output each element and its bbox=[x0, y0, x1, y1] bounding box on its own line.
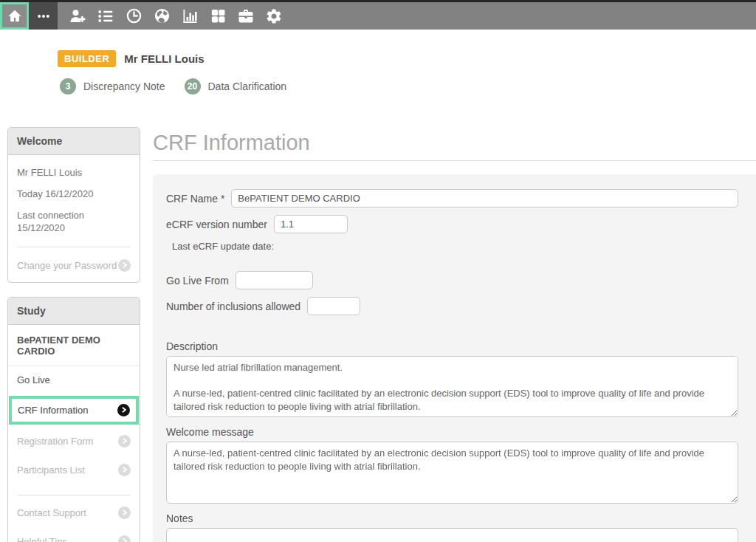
add-user-button[interactable] bbox=[63, 2, 92, 30]
notes-textarea[interactable] bbox=[166, 528, 738, 542]
page-title: CRF Information bbox=[153, 127, 756, 155]
notes-label: Notes bbox=[166, 512, 738, 524]
grid-icon bbox=[210, 7, 227, 24]
chevron-right-icon bbox=[118, 259, 131, 272]
ecrf-version-label: eCRF version number bbox=[166, 219, 267, 230]
welcome-last-connection: Last connection 15/12/2020 bbox=[17, 210, 131, 235]
study-name: BePATIENT DEMO CARDIO bbox=[8, 326, 140, 366]
chevron-right-icon bbox=[118, 507, 131, 519]
last-ecrf-update-label: Last eCRF update date: bbox=[172, 241, 738, 252]
briefcase-button[interactable] bbox=[232, 2, 260, 30]
discrepancy-count-badge: 3 bbox=[60, 78, 76, 95]
welcome-message-textarea[interactable]: A nurse-led, patient-centred clinic faci… bbox=[166, 442, 738, 504]
chevron-right-icon bbox=[117, 404, 130, 416]
sidebar-item-crf-information[interactable]: CRF Information bbox=[9, 396, 139, 425]
welcome-box-title: Welcome bbox=[8, 128, 140, 155]
study-box: Study BePATIENT DEMO CARDIO Go Live CRF … bbox=[7, 297, 140, 542]
welcome-user: Mr FELLI Louis bbox=[17, 167, 131, 179]
go-live-from-label: Go Live From bbox=[166, 275, 229, 287]
inclusions-allowed-label: Number of inclusions allowed bbox=[166, 301, 300, 312]
apps-button[interactable] bbox=[204, 2, 232, 30]
change-password-link[interactable]: Change your Password bbox=[17, 252, 131, 273]
chevron-right-icon bbox=[118, 435, 131, 447]
add-user-icon bbox=[69, 7, 86, 25]
sidebar: Welcome Mr FELLI Louis Today 16/12/2020 … bbox=[7, 127, 140, 542]
more-button[interactable] bbox=[29, 2, 58, 30]
home-button[interactable] bbox=[0, 2, 29, 30]
data-clarification-counter[interactable]: 20 Data Clarification bbox=[185, 78, 287, 95]
discrepancy-count-label: Discrepancy Note bbox=[83, 80, 165, 92]
sidebar-item-contact-support[interactable]: Contact Support bbox=[8, 498, 140, 527]
crf-name-input[interactable] bbox=[231, 189, 738, 207]
briefcase-icon bbox=[237, 7, 255, 25]
top-toolbar bbox=[0, 0, 756, 30]
inclusions-allowed-input[interactable] bbox=[307, 297, 360, 315]
user-name: Mr FELLI Louis bbox=[124, 52, 204, 65]
crf-information-panel: CRF Name * eCRF version number Last eCRF… bbox=[153, 174, 756, 542]
discrepancy-note-counter[interactable]: 3 Discrepancy Note bbox=[60, 78, 165, 95]
clock-icon bbox=[126, 7, 142, 24]
more-ellipsis-icon bbox=[36, 9, 51, 24]
clarification-count-label: Data Clarification bbox=[208, 80, 287, 92]
chevron-right-icon bbox=[118, 535, 131, 542]
page-header: BUILDER Mr FELLI Louis 3 Discrepancy Not… bbox=[0, 30, 756, 127]
go-live-from-input[interactable] bbox=[236, 271, 313, 289]
role-badge: BUILDER bbox=[58, 50, 116, 67]
clarification-count-badge: 20 bbox=[185, 78, 201, 95]
list-icon bbox=[97, 7, 114, 25]
history-button[interactable] bbox=[120, 2, 148, 30]
settings-button[interactable] bbox=[260, 2, 288, 30]
divider bbox=[17, 247, 131, 247]
globe-button[interactable] bbox=[148, 2, 176, 30]
reports-button[interactable] bbox=[176, 2, 204, 30]
welcome-message-label: Welcome message bbox=[166, 426, 738, 438]
crf-name-label: CRF Name * bbox=[166, 193, 224, 205]
sidebar-item-helpful-tips[interactable]: Helpful Tips bbox=[8, 527, 140, 542]
divider bbox=[153, 160, 756, 161]
main-content: CRF Information CRF Name * eCRF version … bbox=[153, 127, 756, 542]
welcome-today: Today 16/12/2020 bbox=[17, 188, 131, 201]
description-label: Description bbox=[166, 340, 738, 352]
study-box-title: Study bbox=[8, 298, 140, 325]
gear-icon bbox=[265, 7, 283, 25]
welcome-box: Welcome Mr FELLI Louis Today 16/12/2020 … bbox=[7, 127, 140, 283]
sidebar-item-registration-form[interactable]: Registration Form bbox=[8, 427, 140, 456]
home-icon bbox=[7, 8, 23, 24]
description-textarea[interactable]: Nurse led atrial fibrillation management… bbox=[166, 356, 738, 417]
sidebar-item-participants-list[interactable]: Participants List bbox=[8, 456, 140, 484]
ecrf-version-input[interactable] bbox=[274, 215, 348, 233]
chevron-right-icon bbox=[118, 464, 131, 476]
divider bbox=[17, 495, 131, 495]
sidebar-item-go-live[interactable]: Go Live bbox=[8, 366, 140, 394]
list-button[interactable] bbox=[92, 2, 120, 30]
bar-chart-icon bbox=[181, 7, 199, 25]
globe-icon bbox=[154, 7, 171, 24]
